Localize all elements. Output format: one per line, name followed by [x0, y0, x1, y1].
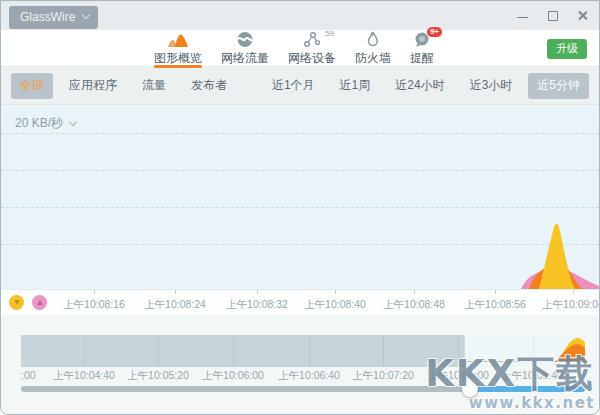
- maximize-button[interactable]: [546, 9, 559, 22]
- axis-tick: [495, 290, 496, 294]
- band-divider: [84, 335, 85, 367]
- band-divider: [383, 335, 384, 367]
- gridline: [1, 133, 599, 134]
- window-controls: [516, 1, 589, 30]
- scale-dropdown[interactable]: 20 KB/秒: [15, 115, 76, 132]
- chevron-down-icon: [82, 11, 90, 19]
- devices-count-badge: 59: [325, 29, 334, 38]
- timeline-label: 上午10:06:00: [202, 369, 264, 383]
- timeline-label: 上午10:07:20: [352, 369, 414, 383]
- upgrade-button[interactable]: 升级: [547, 39, 587, 59]
- gridline: [1, 170, 599, 171]
- watermark-url: www.kkx.net: [425, 395, 595, 414]
- filter-all[interactable]: 全部: [11, 73, 53, 99]
- glasswire-window: GlassWire 图形概览: [0, 0, 600, 415]
- axis-label: 上午10:08:48: [383, 298, 445, 312]
- range-3h[interactable]: 近3小时: [461, 73, 522, 99]
- traffic-spike: [509, 209, 599, 289]
- app-title: GlassWire: [20, 10, 75, 24]
- mini-traffic-spike: [555, 336, 585, 362]
- scrollbar-handle[interactable]: [462, 381, 478, 397]
- network-devices-icon: 59: [303, 31, 321, 48]
- axis-label: 上午10:09:04: [542, 298, 599, 312]
- axis-label: 上午10:08:40: [304, 298, 366, 312]
- time-range-filters: 近1个月 近1周 近24小时 近3小时 近5分钟: [263, 73, 589, 99]
- tab-label: 网络设备: [288, 50, 336, 67]
- down-arrow-icon: [14, 300, 20, 305]
- axis-label: 上午10:08:56: [464, 298, 526, 312]
- firewall-icon: [364, 31, 382, 48]
- tab-label: 网络流量: [221, 50, 269, 67]
- tab-alerts[interactable]: 9+ 提醒: [410, 30, 434, 66]
- category-filters: 全部 应用程序 流量 发布者: [11, 73, 236, 99]
- tab-label: 提醒: [410, 50, 434, 67]
- overview-band[interactable]: [21, 335, 585, 367]
- scale-label: 20 KB/秒: [15, 115, 63, 132]
- timeline-label: 上午10:06:40: [278, 369, 340, 383]
- titlebar: GlassWire: [1, 1, 599, 30]
- alerts-icon: 9+: [413, 31, 431, 48]
- axis-tick: [257, 290, 258, 294]
- network-activity-graph[interactable]: 20 KB/秒: [1, 105, 599, 289]
- timeline-label: 上午10:08:00: [427, 369, 489, 383]
- upload-legend-icon[interactable]: [32, 295, 47, 310]
- tab-graph-overview[interactable]: 图形概览: [154, 30, 202, 66]
- range-24h[interactable]: 近24小时: [386, 73, 453, 99]
- band-divider: [533, 335, 534, 367]
- graph-overview-icon: [167, 31, 189, 48]
- timeline-panel: :00 上午10:04:40 上午10:05:20 上午10:06:00 上午1…: [1, 315, 599, 414]
- axis-label: 上午10:08:24: [144, 298, 206, 312]
- network-usage-icon: [236, 31, 254, 48]
- download-legend-icon[interactable]: [9, 295, 24, 310]
- axis-label: 上午10:08:16: [63, 298, 125, 312]
- minimize-icon: [517, 17, 528, 18]
- gridline: [1, 207, 599, 208]
- up-arrow-icon: [37, 300, 43, 305]
- band-divider: [233, 335, 234, 367]
- tab-bar: 图形概览 网络流量 59 网络设备: [1, 30, 599, 67]
- axis-tick: [175, 290, 176, 294]
- axis-label: 上午10:08:32: [226, 298, 288, 312]
- maximize-icon: [548, 11, 558, 21]
- close-button[interactable]: [576, 9, 589, 22]
- axis-tick: [414, 290, 415, 294]
- range-5min[interactable]: 近5分钟: [528, 73, 589, 99]
- filter-traffic[interactable]: 流量: [133, 73, 175, 99]
- close-icon: [577, 10, 588, 21]
- tab-network-devices[interactable]: 59 网络设备: [288, 30, 336, 66]
- tab-label: 防火墙: [355, 50, 391, 67]
- tab-firewall[interactable]: 防火墙: [355, 30, 391, 66]
- app-menu-button[interactable]: GlassWire: [9, 6, 98, 29]
- axis-tick: [94, 290, 95, 294]
- timeline-scrollbar[interactable]: [21, 386, 585, 392]
- tab-network-usage[interactable]: 网络流量: [221, 30, 269, 66]
- axis-tick: [335, 290, 336, 294]
- band-divider: [158, 335, 159, 367]
- alerts-count-badge: 9+: [426, 26, 443, 38]
- minimize-button[interactable]: [516, 9, 529, 22]
- range-1month[interactable]: 近1个月: [263, 73, 324, 99]
- timeline-label: 上午10:04:40: [53, 369, 115, 383]
- filter-publishers[interactable]: 发布者: [182, 73, 236, 99]
- timeline-label: 上午10:08:40: [501, 369, 563, 383]
- time-axis: 上午10:08:16 上午10:08:24 上午10:08:32 上午10:08…: [1, 289, 599, 315]
- filter-apps[interactable]: 应用程序: [60, 73, 126, 99]
- scrollbar-selected-range: [470, 386, 585, 392]
- band-divider: [309, 335, 310, 367]
- tab-label: 图形概览: [154, 50, 202, 67]
- timeline-label: 上午10:05:20: [127, 369, 189, 383]
- timeline-label: :00: [21, 369, 36, 381]
- axis-tick: [573, 290, 574, 294]
- viewport-region[interactable]: [464, 335, 585, 367]
- chevron-down-icon: [69, 118, 77, 126]
- range-1week[interactable]: 近1周: [331, 73, 380, 99]
- filter-bar: 全部 应用程序 流量 发布者 近1个月 近1周 近24小时 近3小时 近5分钟: [1, 67, 599, 105]
- band-divider: [458, 335, 459, 367]
